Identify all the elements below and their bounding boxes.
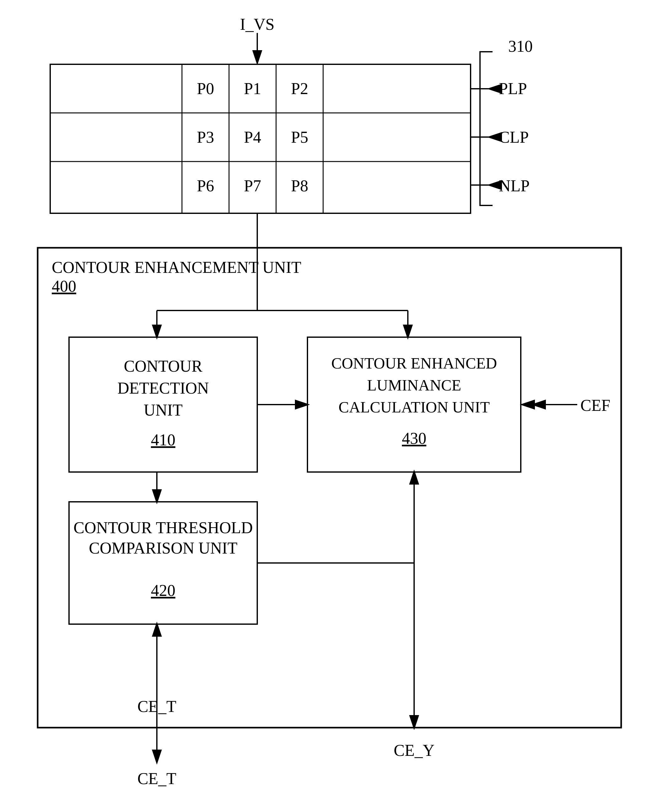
celcu-line1: CONTOUR ENHANCED xyxy=(331,355,497,372)
nlp-label: NLP xyxy=(499,177,530,195)
ctcu-number: 420 xyxy=(151,582,175,599)
ctcu-line2: COMPARISON UNIT xyxy=(89,539,237,557)
svg-rect-15 xyxy=(38,248,621,727)
p5-label: P5 xyxy=(291,128,309,146)
p0-label: P0 xyxy=(197,80,214,98)
p6-label: P6 xyxy=(197,177,214,195)
cdu-line3: UNIT xyxy=(144,401,182,419)
ceu-label: CONTOUR ENHANCEMENT UNIT xyxy=(52,259,301,276)
p2-label: P2 xyxy=(291,80,309,98)
unit-310-label: 310 xyxy=(508,37,533,55)
plp-label: PLP xyxy=(499,80,527,98)
cef-label: CEF xyxy=(581,396,610,414)
cdu-line1: CONTOUR xyxy=(124,357,203,375)
p4-label: P4 xyxy=(244,128,261,146)
p1-label: P1 xyxy=(244,80,261,98)
ctcu-line1: CONTOUR THRESHOLD xyxy=(74,519,253,537)
p3-label: P3 xyxy=(197,128,214,146)
cet-bottom-label: CE_T xyxy=(138,770,176,788)
clp-label: CLP xyxy=(499,128,529,146)
ceu-number: 400 xyxy=(52,277,76,295)
diagram-container: I_VS 310 P0 P1 P2 P3 P4 P5 P6 P7 P8 xyxy=(0,0,672,796)
celcu-line2: LUMINANCE xyxy=(367,376,461,394)
celcu-number: 430 xyxy=(402,429,426,447)
cey-label: CE_Y xyxy=(394,742,435,759)
cdu-number: 410 xyxy=(151,431,175,449)
cdu-line2: DETECTION xyxy=(117,379,209,397)
ivs-label: I_VS xyxy=(240,15,275,33)
p8-label: P8 xyxy=(291,177,309,195)
p7-label: P7 xyxy=(244,177,261,195)
celcu-line3: CALCULATION UNIT xyxy=(339,398,490,416)
